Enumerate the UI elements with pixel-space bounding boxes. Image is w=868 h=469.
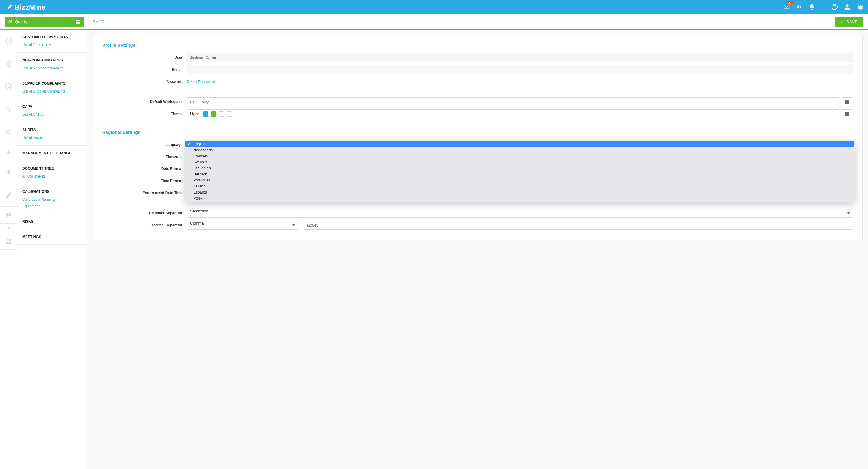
sidebar-section-meetings: MEETINGS [18,229,87,245]
delimiter-select[interactable]: Semicolon [187,209,853,217]
sidebar-link[interactable]: List of Complaints [22,43,82,47]
dd-item-italiano[interactable]: Italiano [185,183,855,189]
dd-item-lithuanian[interactable]: Lithuanian [185,165,855,171]
theme-picker-button[interactable] [841,109,853,119]
iconbar-moc[interactable] [0,144,17,161]
sidebar-link[interactable]: List of Supplier Complaints [22,89,82,94]
dd-item-nederlands[interactable]: Nederlands [185,147,855,153]
svg-point-6 [9,86,10,86]
label-password: Password [102,79,187,84]
sidebar-section-moc: MANAGEMENT OF CHANGE [18,145,87,161]
dd-item-polski[interactable]: Polski [185,195,855,201]
label-delimiter: Delimiter Separator [102,211,187,215]
notifications-button[interactable] [809,4,815,11]
language-dropdown: ✓English Nederlands Français Svenska Lit… [185,140,855,202]
sidebar-link[interactable]: List of Audits [22,136,82,140]
sidebar-link[interactable]: List of CAPA [22,112,82,116]
user-icon [844,4,850,10]
row-workspace: Default Workspace [102,97,853,106]
svg-point-11 [7,239,8,241]
label-currentdt: Your current Date Time [102,191,187,195]
user-button[interactable] [844,4,850,11]
mail-button[interactable]: 32 [783,4,790,11]
sidebar-link[interactable]: List of Non-conformances [22,66,82,70]
dd-item-portugues[interactable]: Português [185,177,855,183]
sidebar-link[interactable]: All Documents [22,174,82,178]
row-language: Language ✓English Nederlands Français Sv… [102,140,853,149]
subheader: 01. Quality ‹ BACK ✓ SAVE [0,14,868,30]
sidebar-section-audits: AUDITS List of Audits [18,122,87,145]
sidebar-title: CUSTOMER COMPLAINTS [22,35,82,39]
iconbar-complaints[interactable] [0,30,17,53]
label-timeformat: Time Format [102,179,187,183]
help-button[interactable] [831,4,838,11]
settings-button[interactable] [857,4,863,11]
dd-item-english[interactable]: ✓English [185,141,855,147]
decimal-select[interactable]: Comma [187,221,298,230]
iconbar-nonconformance[interactable] [0,53,17,75]
swatch-green[interactable] [211,111,216,116]
collapse-indicator[interactable]: « [0,224,17,233]
sidebar-link[interactable]: Calibration Planning [22,197,82,202]
back-link[interactable]: ‹ BACK [89,20,105,24]
sidebar-title: MEETINGS [22,235,82,239]
swatch-blue[interactable] [203,111,208,116]
user-input[interactable] [187,53,853,62]
workspace-selector[interactable]: 01. Quality [5,16,84,27]
bell-icon [809,4,815,10]
row-password: Password Reset Password [102,77,853,86]
sidebar-link[interactable]: Equipment [22,204,82,208]
iconbar-capa[interactable] [0,98,17,121]
row-user: User [102,53,853,62]
top-header: BizzMine 32 [0,0,868,14]
reset-password-link[interactable]: Reset Password [187,79,215,84]
swatch-outline-2[interactable] [226,111,232,116]
sidebar-section-capa: CAPA List of CAPA [18,99,87,122]
sidebar-title: AUDITS [22,128,82,132]
email-input[interactable] [187,65,853,74]
pickaxe-icon [6,3,14,11]
chat-alert-icon [5,211,12,219]
decimal-example [303,221,853,230]
people-icon [5,237,12,245]
sidebar-section-risks: RISKS [18,214,87,229]
label-timezone: Timezone [102,155,187,159]
grid-icon [75,19,80,24]
label-dateformat: Date Format [102,167,187,171]
logo[interactable]: BizzMine [6,3,45,11]
help-icon [831,4,838,10]
sidebar-title: SUPPLIER COMPLAINTS [22,81,82,86]
sidebar-section-supplier: SUPPLIER COMPLAINTS List of Supplier Com… [18,76,87,99]
tree-icon [5,169,12,176]
dd-item-espanol[interactable]: Español [185,189,855,195]
label-theme: Theme [102,112,187,116]
iconbar-risks[interactable] [0,207,17,224]
svg-point-1 [7,40,8,40]
label-user: User [102,56,187,60]
dd-item-svenska[interactable]: Svenska [185,159,855,165]
theme-display: Light [187,111,232,116]
iconbar-supplier[interactable] [0,75,17,98]
svg-point-12 [9,239,11,241]
iconbar-meetings[interactable] [0,233,17,249]
swatch-outline-1[interactable] [219,111,224,116]
settings-card: Profile Settings User E-mail Password Re… [93,35,863,240]
sidebar-section-calibrations: CALIBRATIONS Calibration Planning Equipm… [18,184,87,214]
workspace-input[interactable] [187,97,839,106]
divider [102,203,853,203]
iconbar-audits[interactable] [0,121,17,144]
iconbar-docs[interactable] [0,161,17,184]
iconbar-calibrations[interactable] [0,184,17,207]
save-button[interactable]: ✓ SAVE [835,17,863,27]
sidebar-title: CAPA [22,105,82,109]
workspace-picker-button[interactable] [841,97,853,106]
dd-item-francais[interactable]: Français [185,153,855,159]
logo-text: BizzMine [14,3,45,11]
row-email: E-mail [102,65,853,74]
dd-item-deutsch[interactable]: Deutsch [185,171,855,177]
svg-point-4 [6,84,12,90]
grid-icon [845,111,849,116]
megaphone-icon [796,4,803,10]
announce-button[interactable] [796,4,803,11]
label-workspace: Default Workspace [102,100,187,104]
